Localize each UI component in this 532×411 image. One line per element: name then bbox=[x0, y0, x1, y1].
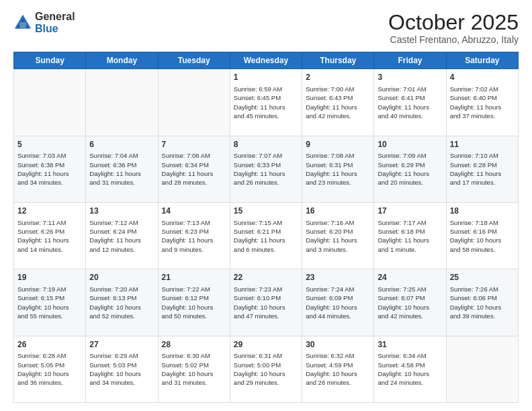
day-number: 23 bbox=[306, 272, 370, 283]
day-info: Sunrise: 7:24 AM bbox=[306, 285, 370, 293]
day-info: Sunset: 6:09 PM bbox=[306, 293, 370, 302]
day-info: Sunrise: 6:59 AM bbox=[234, 85, 298, 93]
day-info: and 47 minutes. bbox=[234, 312, 298, 320]
day-info: Sunrise: 7:09 AM bbox=[378, 151, 442, 160]
day-info: Daylight: 11 hours bbox=[450, 169, 515, 178]
day-info: Sunset: 6:41 PM bbox=[378, 93, 442, 102]
day-number: 3 bbox=[378, 72, 442, 83]
day-info: Daylight: 10 hours bbox=[306, 369, 370, 378]
day-info: Sunrise: 6:28 AM bbox=[17, 351, 82, 360]
day-info: Sunset: 6:16 PM bbox=[450, 227, 515, 236]
day-info: Daylight: 11 hours bbox=[450, 103, 515, 111]
week-row-1: 5Sunrise: 7:03 AMSunset: 6:38 PMDaylight… bbox=[14, 136, 519, 202]
day-info: Daylight: 11 hours bbox=[306, 236, 370, 244]
day-info: Daylight: 11 hours bbox=[234, 236, 298, 244]
day-info: Daylight: 11 hours bbox=[234, 169, 298, 178]
day-info: Sunrise: 6:34 AM bbox=[378, 351, 442, 360]
table-row: 6Sunrise: 7:04 AMSunset: 6:36 PMDaylight… bbox=[86, 136, 158, 202]
table-row: 18Sunrise: 7:18 AMSunset: 6:16 PMDayligh… bbox=[446, 202, 518, 269]
day-info: Sunrise: 7:26 AM bbox=[450, 285, 515, 293]
day-info: Sunset: 5:05 PM bbox=[17, 361, 82, 369]
day-info: Sunset: 6:31 PM bbox=[306, 161, 370, 169]
day-info: Sunset: 6:18 PM bbox=[378, 227, 442, 236]
day-info: Sunset: 4:59 PM bbox=[306, 361, 370, 369]
day-number: 25 bbox=[450, 272, 515, 283]
day-number: 6 bbox=[89, 139, 154, 150]
day-number: 24 bbox=[378, 272, 442, 283]
day-info: and 31 minutes. bbox=[89, 178, 154, 187]
day-info: Sunset: 5:02 PM bbox=[162, 361, 226, 369]
day-info: Daylight: 10 hours bbox=[378, 303, 442, 312]
day-info: Sunset: 4:58 PM bbox=[378, 361, 442, 369]
day-info: Daylight: 11 hours bbox=[17, 169, 82, 178]
day-info: Sunrise: 7:20 AM bbox=[89, 285, 154, 293]
calendar-header-row: Sunday Monday Tuesday Wednesday Thursday… bbox=[14, 52, 519, 69]
day-info: Sunrise: 7:19 AM bbox=[17, 285, 82, 293]
table-row: 2Sunrise: 7:00 AMSunset: 6:43 PMDaylight… bbox=[302, 69, 374, 136]
day-number: 5 bbox=[17, 139, 82, 150]
day-info: Daylight: 11 hours bbox=[306, 169, 370, 178]
page: General Blue October 2025 Castel Frentan… bbox=[0, 0, 532, 411]
logo-general-text: General bbox=[35, 11, 75, 23]
day-info: Sunrise: 7:15 AM bbox=[234, 218, 298, 227]
day-info: Daylight: 11 hours bbox=[234, 103, 298, 111]
day-number: 16 bbox=[306, 205, 370, 217]
table-row bbox=[446, 336, 518, 402]
logo-text: General Blue bbox=[35, 11, 75, 34]
svg-rect-2 bbox=[19, 22, 26, 28]
table-row: 15Sunrise: 7:15 AMSunset: 6:21 PMDayligh… bbox=[230, 202, 302, 269]
day-info: Daylight: 10 hours bbox=[162, 369, 226, 378]
day-info: and 29 minutes. bbox=[234, 378, 298, 387]
day-info: Sunset: 6:36 PM bbox=[89, 161, 154, 169]
day-info: and 20 minutes. bbox=[378, 178, 442, 187]
day-number: 15 bbox=[234, 205, 298, 217]
day-info: Sunrise: 7:12 AM bbox=[89, 218, 154, 227]
day-number: 1 bbox=[234, 72, 298, 83]
table-row: 25Sunrise: 7:26 AMSunset: 6:06 PMDayligh… bbox=[446, 269, 518, 336]
day-info: Daylight: 10 hours bbox=[17, 303, 82, 312]
day-info: Daylight: 10 hours bbox=[89, 303, 154, 312]
day-info: Sunrise: 7:03 AM bbox=[17, 151, 82, 160]
week-row-3: 19Sunrise: 7:19 AMSunset: 6:15 PMDayligh… bbox=[14, 269, 519, 336]
day-info: and 52 minutes. bbox=[89, 312, 154, 320]
day-number: 29 bbox=[234, 339, 298, 351]
day-info: Daylight: 11 hours bbox=[17, 236, 82, 244]
day-info: and 3 minutes. bbox=[306, 245, 370, 254]
day-info: Sunset: 6:28 PM bbox=[450, 161, 515, 169]
day-info: Sunrise: 7:25 AM bbox=[378, 285, 442, 293]
day-info: and 58 minutes. bbox=[450, 245, 515, 254]
day-info: Daylight: 10 hours bbox=[234, 369, 298, 378]
day-info: Sunrise: 7:10 AM bbox=[450, 151, 515, 160]
day-info: Daylight: 10 hours bbox=[17, 369, 82, 378]
day-number: 9 bbox=[306, 139, 370, 150]
day-info: Sunrise: 7:00 AM bbox=[306, 85, 370, 93]
day-info: and 34 minutes. bbox=[89, 378, 154, 387]
day-info: Sunrise: 6:31 AM bbox=[234, 351, 298, 360]
day-info: and 24 minutes. bbox=[378, 378, 442, 387]
day-info: Sunrise: 7:18 AM bbox=[450, 218, 515, 227]
table-row: 27Sunrise: 6:29 AMSunset: 5:03 PMDayligh… bbox=[86, 336, 158, 402]
day-info: Sunset: 6:33 PM bbox=[234, 161, 298, 169]
day-number: 26 bbox=[17, 339, 82, 351]
day-info: Sunrise: 7:17 AM bbox=[378, 218, 442, 227]
location-subtitle: Castel Frentano, Abruzzo, Italy bbox=[388, 34, 519, 45]
day-info: Sunset: 6:40 PM bbox=[450, 93, 515, 102]
day-info: and 50 minutes. bbox=[162, 312, 226, 320]
table-row: 8Sunrise: 7:07 AMSunset: 6:33 PMDaylight… bbox=[230, 136, 302, 202]
day-info: Sunset: 6:45 PM bbox=[234, 93, 298, 102]
day-info: and 26 minutes. bbox=[234, 178, 298, 187]
day-info: Daylight: 10 hours bbox=[306, 303, 370, 312]
day-info: Sunrise: 7:08 AM bbox=[306, 151, 370, 160]
day-number: 7 bbox=[162, 139, 226, 150]
table-row: 21Sunrise: 7:22 AMSunset: 6:12 PMDayligh… bbox=[158, 269, 230, 336]
title-block: October 2025 Castel Frentano, Abruzzo, I… bbox=[388, 11, 519, 45]
table-row: 28Sunrise: 6:30 AMSunset: 5:02 PMDayligh… bbox=[158, 336, 230, 402]
table-row: 10Sunrise: 7:09 AMSunset: 6:29 PMDayligh… bbox=[374, 136, 446, 202]
table-row: 17Sunrise: 7:17 AMSunset: 6:18 PMDayligh… bbox=[374, 202, 446, 269]
day-info: Sunrise: 7:04 AM bbox=[89, 151, 154, 160]
table-row: 23Sunrise: 7:24 AMSunset: 6:09 PMDayligh… bbox=[302, 269, 374, 336]
col-tuesday: Tuesday bbox=[158, 52, 230, 69]
day-info: Daylight: 11 hours bbox=[378, 236, 442, 244]
day-info: Sunrise: 7:22 AM bbox=[162, 285, 226, 293]
day-info: and 34 minutes. bbox=[17, 178, 82, 187]
